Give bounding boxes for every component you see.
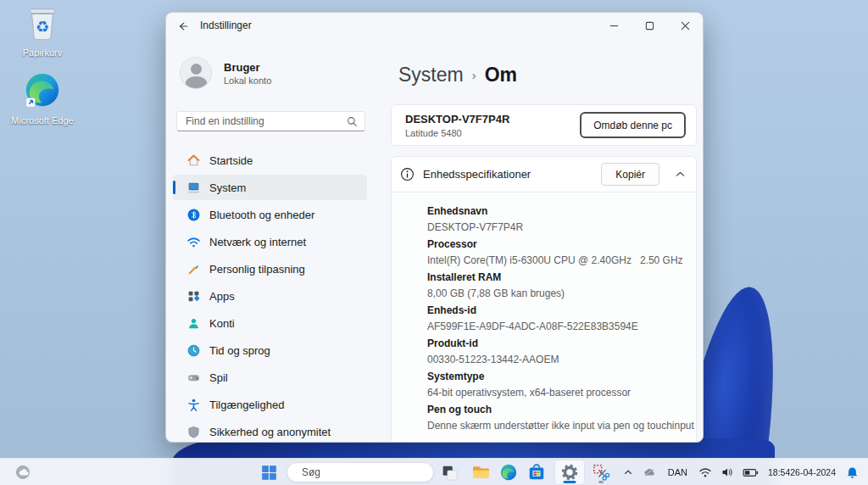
specs-section-title: Enhedsspecifikationer (423, 168, 531, 181)
notification-bell-icon (845, 465, 860, 480)
search-icon (296, 467, 297, 478)
copy-button[interactable]: Kopiér (601, 163, 659, 186)
sidebar-item-time-language[interactable]: Tid og sprog (173, 337, 367, 363)
onedrive-cloud-icon (642, 465, 657, 480)
shield-icon (186, 425, 201, 439)
wifi-icon (698, 465, 712, 479)
spec-label: Produkt-id (427, 335, 697, 352)
close-icon (681, 21, 690, 31)
spec-row: Enhedsnavn DESKTOP-V7F7P4R (427, 203, 697, 236)
edge-icon (499, 463, 518, 482)
sidebar-item-home[interactable]: Startside (173, 148, 367, 173)
maximize-button[interactable] (632, 13, 667, 38)
sidebar-item-label: Netværk og internet (209, 236, 306, 248)
sidebar-item-label: Personlig tilpasning (209, 263, 305, 276)
taskbar: DAN (0, 458, 868, 485)
sidebar-item-accounts[interactable]: Konti (173, 310, 367, 336)
settings-search-box[interactable] (176, 111, 365, 131)
page-title: Om (485, 64, 517, 86)
taskbar-search-input[interactable] (302, 466, 433, 478)
main-pane: System › Om DESKTOP-V7F7P4R Latitude 548… (391, 38, 703, 442)
spec-value: Intel(R) Core(TM) i5-6300U CPU @ 2.40GHz… (427, 253, 697, 269)
start-button[interactable] (254, 460, 283, 484)
sidebar-item-personalization[interactable]: Personlig tilpasning (173, 256, 367, 282)
widgets-weather-icon (14, 463, 32, 482)
maximize-icon (645, 21, 654, 31)
task-view-icon (441, 464, 459, 482)
battery-icon (743, 466, 759, 479)
sidebar-item-label: Spil (209, 371, 228, 384)
store-button[interactable] (522, 460, 551, 484)
desktop-icon-label: Papirkurv (10, 47, 75, 58)
breadcrumb: System › Om (398, 64, 517, 86)
wifi-tray-button[interactable] (694, 460, 716, 484)
tray-date: 26-04-2024 (790, 467, 836, 477)
account-summary[interactable]: Bruger Lokal konto (180, 57, 271, 89)
volume-tray-button[interactable] (716, 460, 738, 484)
sidebar-item-privacy-security[interactable]: Sikkerhed og anonymitet (173, 419, 367, 443)
svg-text:♻: ♻ (36, 18, 49, 36)
edge-button[interactable] (494, 460, 523, 484)
sidebar-item-network[interactable]: Netværk og internet (173, 229, 367, 254)
minimize-button[interactable] (596, 13, 632, 38)
spec-value: 64-bit operativsystem, x64-baseret proce… (427, 385, 697, 401)
task-view-button[interactable] (435, 460, 464, 484)
spec-value: 00330-51223-13442-AAOEM (427, 352, 697, 368)
sidebar-item-label: System (209, 181, 246, 194)
sidebar-item-system[interactable]: System (173, 175, 367, 200)
titlebar[interactable]: Indstillinger (166, 13, 703, 38)
gamepad-icon (186, 371, 201, 385)
search-icon (347, 116, 358, 127)
sidebar-item-label: Startside (209, 154, 253, 167)
tray-overflow-button[interactable] (619, 460, 637, 484)
desktop-icon-edge[interactable]: Microsoft Edge (10, 71, 75, 125)
snipping-tool-button[interactable] (587, 460, 615, 484)
recycle-bin-icon: ♻ (10, 5, 75, 46)
sidebar-item-label: Konti (209, 317, 235, 330)
spec-label: Systemtype (427, 368, 697, 385)
desktop: ♻ Papirkurv Microsoft Edg (0, 0, 868, 485)
settings-app-button[interactable] (555, 460, 584, 484)
device-specs-header[interactable]: Enhedsspecifikationer Kopiér (391, 156, 697, 192)
notifications-button[interactable] (841, 460, 868, 484)
spec-row: Pen og touch Denne skærm understøtter ik… (427, 401, 697, 434)
chevron-up-icon[interactable] (675, 169, 686, 180)
onedrive-tray-button[interactable] (637, 460, 661, 484)
spec-label: Enhedsnavn (427, 203, 697, 220)
settings-search-input[interactable] (177, 115, 347, 127)
sidebar-item-gaming[interactable]: Spil (173, 365, 367, 390)
spec-label: Processor (427, 236, 697, 253)
accessibility-icon (186, 398, 201, 412)
home-icon (186, 153, 201, 168)
spec-row: Systemtype 64-bit operativsystem, x64-ba… (427, 368, 697, 401)
settings-window: Indstillinger Bruger Lokal konto (165, 12, 704, 443)
spec-label: Enheds-id (427, 302, 697, 319)
language-indicator[interactable]: DAN (661, 460, 694, 484)
chevron-up-icon (623, 467, 633, 477)
settings-gear-icon (560, 463, 579, 482)
device-name: DESKTOP-V7F7P4R (405, 113, 509, 125)
window-title: Indstillinger (200, 20, 252, 31)
sidebar-item-label: Bluetooth og enheder (209, 209, 314, 221)
clock[interactable]: 18:54 26-04-2024 (763, 460, 841, 484)
wifi-icon (186, 235, 201, 249)
edge-icon (10, 71, 75, 114)
back-button[interactable] (173, 18, 192, 35)
snipping-tool-icon (592, 463, 610, 482)
spec-label: Pen og touch (427, 401, 697, 418)
sidebar-item-apps[interactable]: Apps (173, 283, 367, 309)
desktop-icon-recycle-bin[interactable]: ♻ Papirkurv (10, 5, 75, 58)
spec-row: Installeret RAM 8,00 GB (7,88 GB kan bru… (427, 269, 697, 302)
accounts-person-icon (186, 316, 201, 331)
apps-icon (186, 289, 201, 304)
file-explorer-button[interactable] (466, 460, 495, 484)
battery-tray-button[interactable] (738, 460, 763, 484)
taskbar-search-box[interactable] (287, 462, 434, 482)
rename-pc-button[interactable]: Omdøb denne pc (580, 112, 686, 138)
sidebar-item-accessibility[interactable]: Tilgængelighed (173, 392, 367, 417)
close-button[interactable] (667, 13, 703, 38)
system-icon (186, 181, 201, 195)
breadcrumb-parent[interactable]: System (398, 64, 464, 86)
sidebar-item-bluetooth-devices[interactable]: Bluetooth og enheder (173, 202, 367, 227)
widgets-button[interactable] (8, 460, 37, 484)
